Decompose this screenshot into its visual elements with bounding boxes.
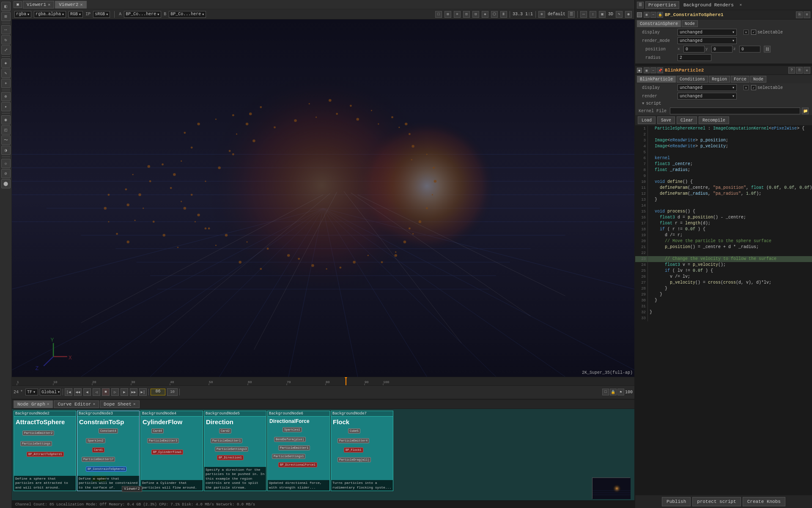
viewer-icon-5[interactable]: ⊟: [472, 11, 479, 18]
toolbar-rotate-btn[interactable]: ↻: [1, 35, 11, 44]
tab-properties[interactable]: Properties: [645, 1, 679, 9]
node-card-direction[interactable]: BackgroundNode5 Direction Card2 Particle…: [204, 411, 266, 491]
viewer-icon-13[interactable]: ▣: [599, 11, 606, 18]
viewer-icon-12[interactable]: ↕: [590, 11, 596, 18]
tab-node-graph-close[interactable]: ✕: [47, 402, 49, 406]
script-collapse-btn[interactable]: ▼: [642, 102, 644, 106]
viewer-icon-6[interactable]: ◈: [482, 11, 488, 18]
toolbar-dot-btn[interactable]: ⬤: [1, 179, 11, 188]
viewer-icon-14[interactable]: ✎: [616, 11, 623, 18]
blink-icon-1[interactable]: ?: [788, 67, 795, 74]
display-dropdown[interactable]: unchanged ▾: [678, 29, 737, 36]
toolbar-crop-btn[interactable]: ⌖: [1, 79, 11, 88]
pos-x-input[interactable]: 0: [683, 46, 705, 52]
protect-script-btn[interactable]: protect script: [692, 497, 741, 506]
frame-skip-10-btn[interactable]: 10: [167, 388, 178, 396]
viewer-icon-4[interactable]: ⊡: [463, 11, 470, 18]
toolbar-viewer-btn[interactable]: ◧: [1, 2, 11, 11]
play-back-btn[interactable]: ◁: [93, 388, 100, 396]
kernel-file-input[interactable]: [670, 108, 800, 114]
render-mode-dropdown[interactable]: unchanged ▾: [678, 37, 737, 44]
pos-link-btn[interactable]: ⛓: [764, 46, 771, 52]
tab-node-graph[interactable]: Node Graph ✕: [14, 400, 53, 408]
toolbar-grid-btn[interactable]: ⊞: [1, 12, 11, 21]
tab-blink-conditions[interactable]: Conditions: [677, 76, 708, 83]
toolbar-half-btn[interactable]: ◑: [1, 146, 11, 155]
toolbar-scale-btn[interactable]: ⤢: [1, 45, 11, 55]
viewer-icon-11[interactable]: ↔: [580, 11, 587, 18]
tl-flag-btn[interactable]: ⚑: [617, 389, 624, 395]
tl-lock-btn[interactable]: 🔒: [610, 389, 617, 395]
viewer-tab-2[interactable]: Viewer2 ✕: [55, 1, 86, 8]
next-keyframe-btn[interactable]: ▶▶: [130, 388, 137, 396]
blink-icon-3[interactable]: ✕: [804, 67, 810, 74]
prev-keyframe-btn[interactable]: ◀◀: [74, 388, 82, 396]
constrain-lock-btn[interactable]: 🔒: [657, 12, 663, 18]
node-card-cylinder-flow[interactable]: BackgroundNode4 CylinderFlow Card4 Parti…: [140, 411, 203, 491]
viewer-tab-1-close[interactable]: ✕: [48, 2, 50, 7]
constrain-icon-2[interactable]: ≡: [804, 11, 810, 18]
channel-a-select[interactable]: rgba ▾: [14, 11, 31, 18]
viewer-icon[interactable]: ▣: [14, 1, 22, 8]
viewer-tab-1[interactable]: Viewer1 ✕: [23, 1, 54, 8]
step-back-btn[interactable]: ◀: [83, 388, 91, 396]
tab-blink-particle[interactable]: BlinkParticle: [637, 76, 676, 83]
viewer-icon-9[interactable]: ⊕: [538, 11, 545, 18]
code-editor[interactable]: 1 ParticleSphereKernel : ImageComputatio…: [635, 126, 812, 495]
recompile-btn[interactable]: Recompile: [699, 116, 729, 124]
toolbar-node-btn[interactable]: ◈: [1, 58, 11, 68]
node-b-select[interactable]: BP_Co...here ▾: [169, 11, 206, 18]
toolbar-rect-btn[interactable]: ◰: [1, 125, 11, 135]
toolbar-add-btn[interactable]: ⊕: [1, 92, 11, 101]
node-graph-content[interactable]: BackgroundNode2 AttractToSphere Particle…: [12, 409, 634, 500]
blink-expand-2[interactable]: −: [650, 67, 656, 73]
blink-expand-1[interactable]: ▣: [644, 67, 650, 73]
toolbar-transform-btn[interactable]: ↔: [1, 25, 11, 34]
tab-dope-sheet-close[interactable]: ✕: [133, 402, 135, 406]
viewer-icon-8[interactable]: ⏸: [500, 11, 507, 18]
view-3d-label[interactable]: 3D: [608, 12, 613, 17]
node-card-flock[interactable]: BackgroundNode7 Flock Cube5 ParticleEmit…: [331, 411, 393, 491]
play-btn[interactable]: ▷: [111, 388, 119, 396]
pos-y-input[interactable]: 0: [711, 46, 732, 52]
kernel-file-browse[interactable]: 📁: [802, 108, 809, 114]
current-frame-input[interactable]: 86: [151, 389, 165, 395]
load-btn[interactable]: Load: [638, 116, 656, 124]
toolbar-pencil-btn[interactable]: ✎: [1, 69, 11, 78]
blink-render-dropdown[interactable]: unchanged ▾: [678, 93, 737, 99]
tab-constrain-sphere[interactable]: ConstrainSphere: [637, 20, 681, 27]
toolbar-effect-btn[interactable]: ✦: [1, 102, 11, 111]
node-card-attract-to-sphere[interactable]: BackgroundNode2 AttractToSphere Particle…: [14, 411, 76, 491]
blink-pin-btn[interactable]: 📌: [657, 67, 663, 73]
constrain-collapse-btn[interactable]: −: [650, 12, 656, 18]
constrain-expand-btn[interactable]: ▣: [644, 12, 650, 18]
node-card-constrain-to-sphere[interactable]: BackgroundNode3 ConstrainToSp Constant4 …: [77, 411, 140, 491]
tab-constrain-node[interactable]: Node: [682, 20, 698, 27]
viewer-icon-7[interactable]: ⬡: [491, 11, 498, 18]
viewer-icon-10[interactable]: ☰: [568, 11, 575, 18]
tab-blink-region[interactable]: Region: [709, 76, 730, 83]
tab-blink-node[interactable]: Node: [750, 76, 766, 83]
blink-display-x[interactable]: ✕: [743, 85, 749, 90]
node-a-select[interactable]: BP_Co...here ▾: [124, 11, 161, 18]
colorspace-select[interactable]: RGB ▾: [69, 11, 83, 18]
tf-select[interactable]: TF ▾: [25, 389, 38, 395]
go-end-btn[interactable]: ▶|: [139, 388, 147, 396]
blink-icon-2[interactable]: ⎘: [796, 67, 803, 74]
pos-z-input[interactable]: 0: [739, 46, 760, 52]
constrain-icon-1[interactable]: ⎘: [796, 11, 803, 18]
tab-bg-renders[interactable]: Background Renders: [681, 1, 736, 9]
tab-curve-editor[interactable]: Curve Editor ✕: [54, 400, 99, 408]
node-card-directional-force[interactable]: BackgroundNode6 DirectionalForce Sparkle…: [267, 411, 330, 491]
tl-cam-btn[interactable]: □: [602, 389, 609, 395]
global-select[interactable]: Global ▾: [40, 389, 61, 395]
viewer-icon-15[interactable]: ◉: [625, 11, 632, 18]
create-knobs-btn[interactable]: Create Knobs: [743, 497, 785, 506]
selectable-checkbox[interactable]: [751, 30, 756, 35]
viewer-icon-2[interactable]: ⊞: [444, 11, 451, 18]
channel-b-select[interactable]: rgba.alpha ▾: [34, 11, 66, 18]
step-fwd-btn[interactable]: ▶: [121, 388, 128, 396]
viewer-tab-2-close[interactable]: ✕: [80, 2, 82, 7]
go-start-btn[interactable]: |◀: [65, 388, 72, 396]
toolbar-light-btn[interactable]: ☼: [1, 159, 11, 168]
